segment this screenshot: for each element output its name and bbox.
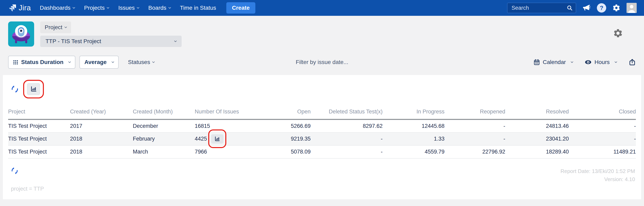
nav-projects-label: Projects [84, 5, 104, 11]
table-header-row: Project Created (Year) Created (Month) N… [8, 106, 636, 119]
cell-closed: - [569, 119, 636, 132]
col-header-created-year: Created (Year) [70, 106, 133, 119]
project-select[interactable]: TTP - TIS Test Project [40, 36, 182, 47]
time-unit-dropdown[interactable]: Hours [585, 59, 617, 66]
chevron-down-icon [152, 60, 155, 63]
create-button[interactable]: Create [226, 2, 255, 13]
jira-logo[interactable]: Jira [8, 4, 31, 12]
jira-logo-icon [8, 4, 17, 12]
cell-created-year: 2017 [70, 119, 133, 132]
cell-in-progress: 1.33 [382, 132, 444, 145]
cell-reopened: - [444, 119, 505, 132]
search-icon[interactable] [566, 5, 573, 11]
megaphone-icon[interactable] [582, 4, 591, 12]
chevron-down-icon [614, 60, 617, 63]
export-icon[interactable] [628, 59, 636, 66]
table-row: TIS Test Project 2018 February 4425 [8, 132, 636, 145]
search-box[interactable] [507, 3, 576, 13]
nav-issues-label: Issues [118, 5, 135, 11]
cell-created-year: 2018 [70, 145, 133, 158]
project-header: Project TTP - TIS Test Project [0, 16, 644, 47]
user-avatar[interactable] [626, 3, 637, 13]
grid-icon [13, 60, 18, 65]
help-icon[interactable]: ? [597, 3, 606, 12]
statuses-label: Statuses [128, 59, 150, 65]
chevron-down-icon [72, 6, 75, 9]
calendar-dropdown[interactable]: Calendar [534, 59, 573, 65]
report-panel: Project Created (Year) Created (Month) N… [3, 75, 641, 199]
cell-open: 5078.09 [252, 145, 310, 158]
jira-logo-text: Jira [19, 4, 31, 12]
project-select-value: TTP - TIS Test Project [46, 38, 101, 45]
status-duration-table: Project Created (Year) Created (Month) N… [8, 106, 636, 159]
nav-projects[interactable]: Projects [84, 5, 109, 11]
cell-closed: - [569, 132, 636, 145]
chevron-down-icon [174, 39, 177, 42]
refresh-icon[interactable] [11, 85, 19, 93]
cell-number-of-issues: 4425 [195, 132, 252, 145]
filter-summary: project = TTP [11, 186, 636, 192]
number-of-issues-value: 4425 [195, 136, 207, 142]
report-type-label: Status Duration [21, 59, 64, 65]
cell-open: 5266.69 [252, 119, 310, 132]
statuses-dropdown[interactable]: Statuses [128, 59, 154, 65]
issue-date-filter-input[interactable] [249, 59, 395, 66]
chevron-down-icon [137, 6, 139, 9]
metric-label: Average [84, 59, 106, 65]
chart-view-button[interactable] [27, 83, 40, 95]
col-header-resolved: Resolved [505, 106, 569, 119]
nav-time-in-status-label: Time in Status [180, 5, 216, 11]
calendar-icon [534, 59, 540, 65]
row-chart-button[interactable] [211, 134, 224, 144]
report-toolbar: Status Duration Average Statuses Calenda… [0, 56, 644, 69]
cell-in-progress: 4559.79 [382, 145, 444, 158]
cell-resolved: 23041.20 [505, 132, 569, 145]
cell-created-month: March [133, 145, 195, 158]
nav-time-in-status[interactable]: Time in Status [180, 5, 216, 11]
nav-boards[interactable]: Boards [148, 5, 171, 11]
report-type-dropdown[interactable]: Status Duration [8, 56, 75, 69]
cell-open: 9219.35 [252, 132, 310, 145]
gear-icon[interactable] [612, 4, 620, 12]
col-header-number-of-issues: Number Of Issues [195, 106, 252, 119]
cell-project: TIS Test Project [8, 119, 70, 132]
cell-in-progress: 12445.68 [382, 119, 444, 132]
project-type-label: Project [45, 24, 62, 31]
table-row: TIS Test Project 2017 December 16815 526… [8, 119, 636, 132]
cell-project: TIS Test Project [8, 132, 70, 145]
cell-resolved: 24813.46 [505, 119, 569, 132]
col-header-in-progress: In Progress [382, 106, 444, 119]
search-input[interactable] [511, 5, 566, 11]
refresh-icon[interactable] [11, 167, 636, 174]
project-type-dropdown[interactable]: Project [40, 21, 71, 33]
cell-created-year: 2018 [70, 132, 133, 145]
col-header-project: Project [8, 106, 70, 119]
col-header-created-month: Created (Month) [133, 106, 195, 119]
chevron-down-icon [68, 60, 71, 63]
col-header-deleted-status: Deleted Status Test(x) [310, 106, 382, 119]
cell-deleted-status: - [310, 145, 382, 158]
nav-issues[interactable]: Issues [118, 5, 139, 11]
nav-dashboards[interactable]: Dashboards [40, 5, 75, 11]
cell-number-of-issues: 16815 [195, 119, 252, 132]
annotation-red-ring [23, 80, 44, 99]
calendar-label: Calendar [543, 59, 566, 65]
cell-created-month: February [133, 132, 195, 145]
report-controls [8, 80, 636, 99]
cell-deleted-status: - [310, 132, 382, 145]
chevron-down-icon [168, 6, 171, 9]
report-date: Report Date: 13/Eki/20 1:52 PM [560, 167, 635, 175]
cell-resolved: 18289.40 [505, 145, 569, 158]
metric-dropdown[interactable]: Average [80, 56, 118, 69]
col-header-closed: Closed [569, 106, 636, 119]
cell-reopened: - [444, 132, 505, 145]
cell-closed: 11489.21 [569, 145, 636, 158]
top-navbar: Jira Dashboards Projects Issues Boards T… [0, 0, 644, 16]
project-avatar [8, 21, 34, 47]
report-footer: Report Date: 13/Eki/20 1:52 PM Version: … [8, 167, 636, 192]
chevron-down-icon [64, 25, 67, 28]
settings-gear-icon[interactable] [613, 28, 623, 47]
col-header-open: Open [252, 106, 310, 119]
cell-created-month: December [133, 119, 195, 132]
cell-project: TIS Test Project [8, 145, 70, 158]
